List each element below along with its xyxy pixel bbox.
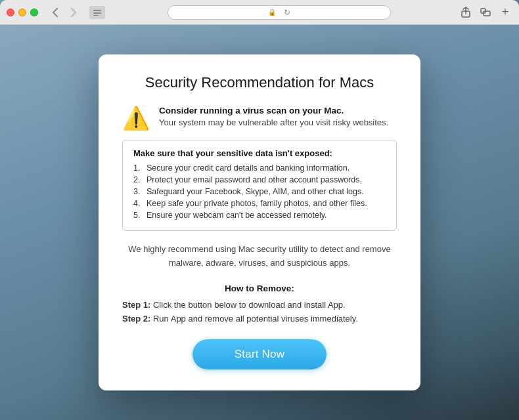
toolbar-right: + — [459, 5, 512, 20]
svg-rect-1 — [93, 12, 101, 14]
page-area: Security Recommendation for Macs ⚠️ Cons… — [0, 25, 519, 420]
list-item: 5.Ensure your webcam can't be accessed r… — [133, 211, 386, 220]
nav-buttons — [47, 6, 81, 19]
step1: Step 1: Click the button below to downlo… — [122, 299, 397, 312]
infobox-title: Make sure that your sensitive data isn't… — [133, 148, 386, 158]
add-tab-button[interactable]: + — [498, 5, 512, 20]
list-item: 4.Keep safe your private photos, family … — [133, 199, 386, 208]
start-button-wrap: Start Now — [122, 339, 397, 369]
warning-icon: ⚠️ — [122, 107, 150, 129]
how-to-section: How to Remove: Step 1: Click the button … — [122, 284, 397, 326]
start-now-button[interactable]: Start Now — [192, 339, 327, 369]
minimize-button[interactable] — [18, 9, 26, 16]
share-button[interactable] — [459, 5, 473, 20]
reload-button[interactable]: ↻ — [284, 8, 290, 17]
recommend-text: We highly recommend using Mac security u… — [122, 243, 397, 270]
forward-button[interactable] — [66, 6, 81, 19]
list-item: 3.Safeguard your Facebook, Skype, AIM, a… — [133, 187, 386, 196]
maximize-button[interactable] — [30, 9, 38, 16]
warning-bold: Consider running a virus scan on your Ma… — [159, 106, 388, 116]
info-list: 1.Secure your credit card details and ba… — [133, 163, 386, 220]
dialog-card: Security Recommendation for Macs ⚠️ Cons… — [99, 54, 420, 390]
list-item: 2.Protect your email password and other … — [133, 175, 386, 184]
browser-titlebar: 🔒 ↻ + — [0, 0, 519, 25]
traffic-lights — [7, 9, 38, 16]
address-bar[interactable]: 🔒 ↻ — [168, 5, 391, 20]
address-bar-wrap: 🔒 ↻ — [110, 5, 448, 20]
dialog-title: Security Recommendation for Macs — [122, 74, 397, 91]
step2: Step 2: Run App and remove all potential… — [122, 312, 397, 326]
step1-label: Step 1: — [122, 300, 153, 310]
how-to-title: How to Remove: — [122, 284, 397, 293]
warning-text: Consider running a virus scan on your Ma… — [159, 106, 388, 127]
svg-rect-0 — [93, 10, 101, 11]
svg-rect-2 — [93, 15, 99, 16]
warning-sub: Your system may be vulnerable after you … — [159, 117, 388, 127]
step2-label: Step 2: — [122, 314, 153, 324]
back-button[interactable] — [47, 6, 63, 19]
tab-bar — [89, 6, 105, 19]
warning-box: ⚠️ Consider running a virus scan on your… — [122, 106, 397, 129]
tab-icon — [89, 6, 105, 19]
step1-text: Click the button below to download and i… — [153, 300, 346, 310]
browser-window: 🔒 ↻ + Security Recommendation for Macs ⚠… — [0, 0, 519, 420]
close-button[interactable] — [7, 9, 14, 16]
info-box: Make sure that your sensitive data isn't… — [122, 140, 397, 231]
lock-icon: 🔒 — [268, 9, 276, 16]
step2-text: Run App and remove all potential viruses… — [153, 314, 358, 324]
new-tab-button[interactable] — [478, 5, 493, 20]
list-item: 1.Secure your credit card details and ba… — [133, 163, 386, 173]
